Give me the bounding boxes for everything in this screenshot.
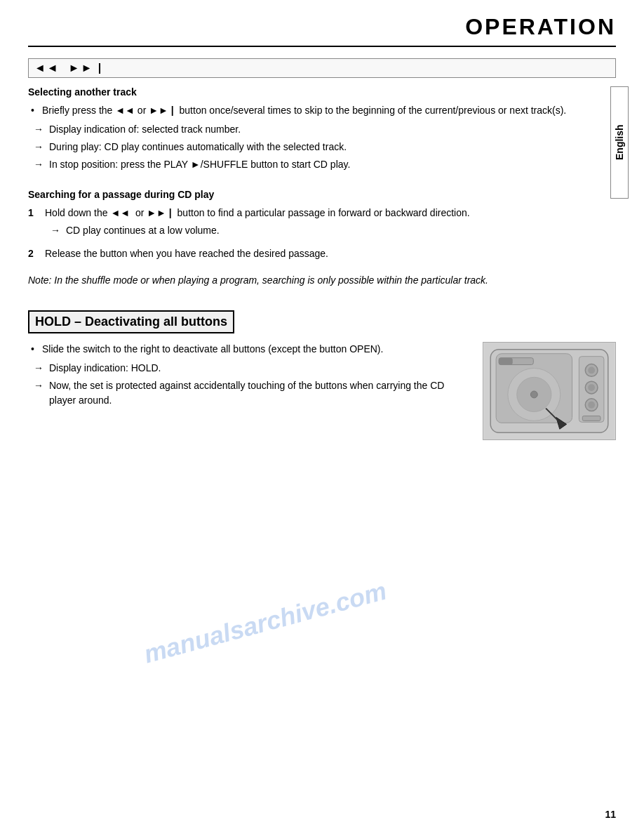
svg-point-5 (588, 367, 595, 374)
note-text: Note: In the shuffle mode or when playin… (28, 272, 609, 288)
content-area: Selecting another track Briefly press th… (28, 86, 616, 288)
cd-player-svg (483, 343, 615, 439)
selecting-bullet-1: Briefly press the ◄◄ or ►► | button once… (28, 103, 609, 118)
page-title: OPERATION (465, 14, 616, 39)
watermark: manualsarchive.com (141, 576, 390, 670)
hold-arrow-2: Now, the set is protected against accide… (28, 378, 469, 408)
selecting-arrow-1: Display indication of: selected track nu… (28, 122, 609, 137)
english-tab: English (610, 86, 629, 199)
searching-step-1: 1 Hold down the ◄◄ or ►► | button to fin… (28, 206, 609, 238)
main-content: Selecting another track Briefly press th… (28, 86, 616, 288)
svg-rect-12 (499, 358, 513, 365)
cd-player-image (483, 342, 616, 440)
searching-step-2: 2 Release the button when you have reach… (28, 246, 609, 261)
svg-point-15 (530, 391, 537, 398)
hold-title: HOLD – Deactivating all buttons (35, 315, 227, 329)
svg-point-9 (588, 402, 595, 409)
track-icons: ◄◄ ►► | (34, 62, 102, 74)
searching-section: Searching for a passage during CD play 1… (28, 189, 609, 288)
selecting-section: Selecting another track Briefly press th… (28, 86, 609, 172)
svg-rect-10 (582, 416, 601, 421)
step2-text: Release the button when you have reached… (45, 248, 328, 259)
selecting-bullet-list: Briefly press the ◄◄ or ►► | button once… (28, 103, 609, 118)
hold-section-box: HOLD – Deactivating all buttons (28, 310, 234, 333)
hold-bullet-1: Slide the switch to the right to deactiv… (28, 342, 469, 357)
hold-text: Slide the switch to the right to deactiv… (28, 342, 469, 411)
searching-steps: 1 Hold down the ◄◄ or ►► | button to fin… (28, 206, 609, 261)
hold-arrow-1: Display indication: HOLD. (28, 361, 469, 376)
searching-arrow-1: CD play continues at a low volume. (45, 223, 609, 238)
section-box-icons: ◄◄ ►► | (28, 58, 616, 78)
page: OPERATION ◄◄ ►► | Selecting another trac… (0, 0, 644, 834)
selecting-arrow-2: During play: CD play continues automatic… (28, 140, 609, 154)
page-number: 11 (605, 809, 616, 820)
selecting-title: Selecting another track (28, 86, 609, 98)
brief-press-text: Briefly press the ◄◄ or ►► | button once… (42, 105, 566, 116)
searching-title: Searching for a passage during CD play (28, 189, 609, 200)
hold-bullet-list: Slide the switch to the right to deactiv… (28, 342, 469, 357)
hold-content: Slide the switch to the right to deactiv… (28, 342, 616, 440)
hold-section: HOLD – Deactivating all buttons Slide th… (28, 310, 616, 440)
selecting-arrow-3: In stop position: press the PLAY ►/SHUFF… (28, 157, 609, 172)
svg-point-7 (588, 385, 595, 392)
page-header: OPERATION (28, 14, 616, 47)
